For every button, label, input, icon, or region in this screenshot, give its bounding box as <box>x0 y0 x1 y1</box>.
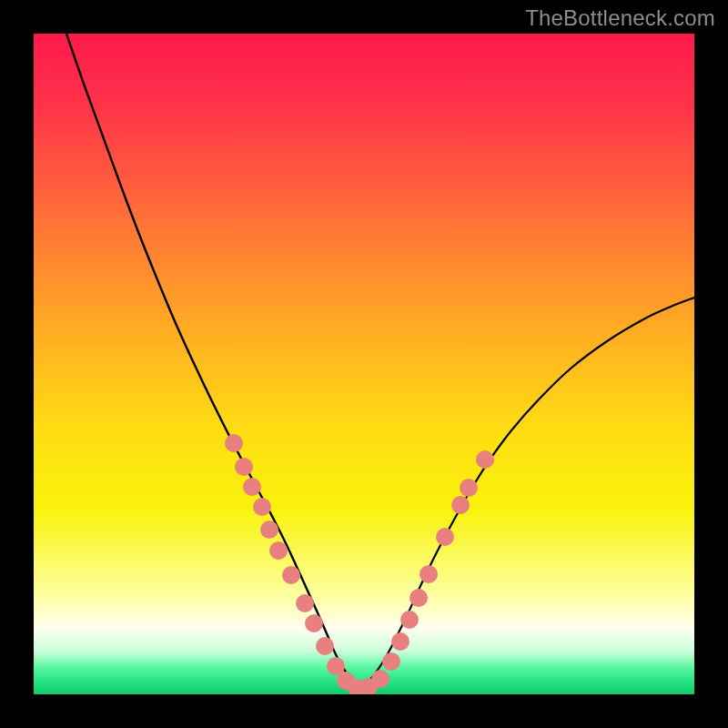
highlight-dot <box>269 541 288 560</box>
curve-right-arm <box>361 298 694 689</box>
highlight-dot <box>451 496 470 514</box>
curve-left-arm <box>66 34 361 689</box>
highlight-dot <box>410 589 428 607</box>
highlight-dot <box>371 670 389 688</box>
highlight-dot <box>460 479 478 497</box>
highlight-dot <box>253 498 271 516</box>
highlight-dot <box>305 614 323 632</box>
highlight-dot <box>382 652 400 671</box>
highlight-dot <box>400 611 419 629</box>
highlight-dot <box>391 632 410 651</box>
watermark-text: TheBottleneck.com <box>525 5 715 31</box>
highlight-dot <box>436 528 454 546</box>
plot-area <box>34 34 694 694</box>
highlight-dot <box>260 521 278 539</box>
highlight-dot <box>235 458 253 476</box>
highlight-dot <box>225 434 243 452</box>
curve-layer <box>34 34 694 694</box>
highlight-dot <box>296 594 314 612</box>
highlight-dots <box>225 434 494 694</box>
highlight-dot <box>243 478 261 496</box>
highlight-dot <box>420 565 438 583</box>
chart-stage: TheBottleneck.com <box>0 0 728 728</box>
highlight-dot <box>316 637 334 655</box>
highlight-dot <box>476 450 494 469</box>
highlight-dot <box>282 566 300 584</box>
